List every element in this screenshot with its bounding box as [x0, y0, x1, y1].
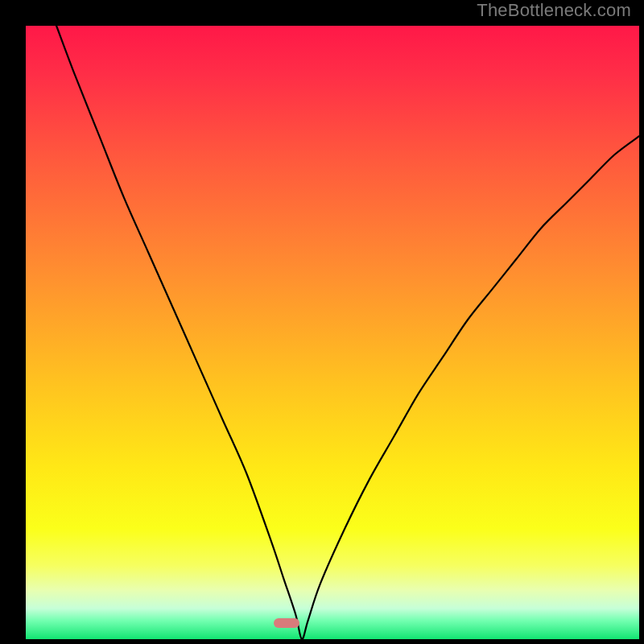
bottleneck-curve [26, 26, 639, 639]
optimal-point-marker [274, 618, 299, 628]
watermark-text: TheBottleneck.com [477, 0, 631, 21]
chart-frame [10, 10, 634, 634]
